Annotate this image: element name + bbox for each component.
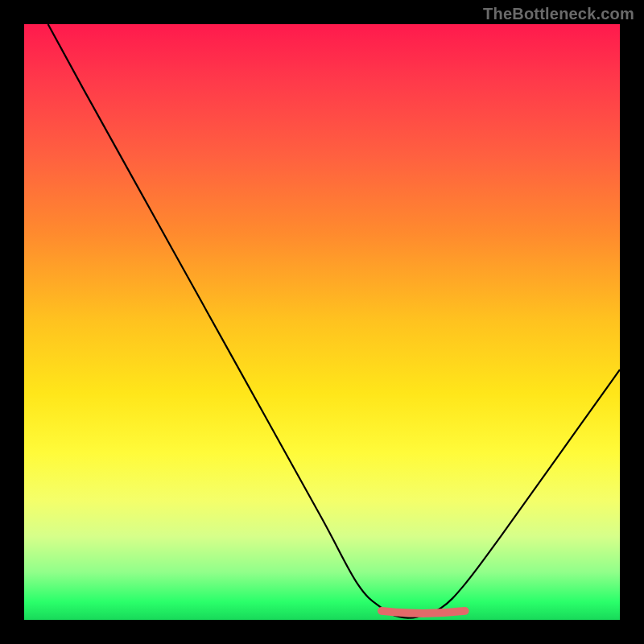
bottleneck-curve [48, 24, 620, 618]
optimal-range-highlight [382, 611, 465, 613]
plot-area [24, 24, 620, 620]
chart-frame: TheBottleneck.com [0, 0, 644, 644]
watermark-text: TheBottleneck.com [483, 5, 634, 23]
curve-svg [24, 24, 620, 620]
